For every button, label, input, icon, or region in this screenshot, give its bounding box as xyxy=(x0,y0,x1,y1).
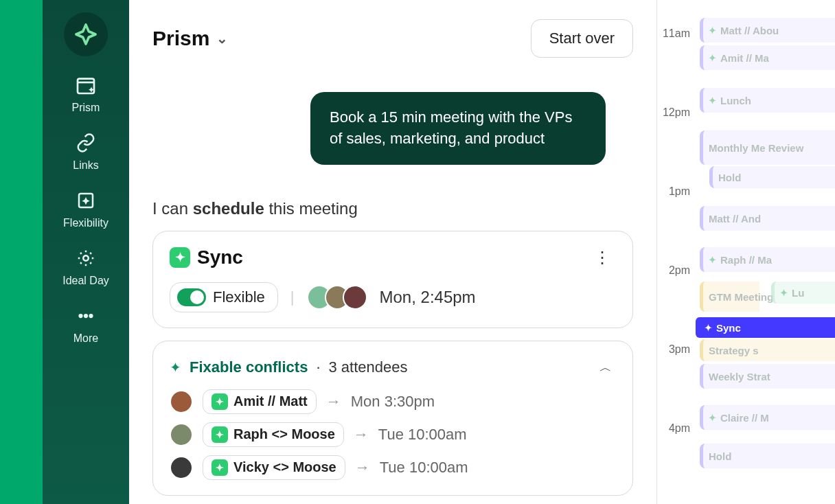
reschedule-time: Tue 10:00am xyxy=(380,459,468,477)
event-title: Sync xyxy=(716,322,741,334)
nav-label: Prism xyxy=(72,102,100,114)
calendar-event[interactable]: Monthly Me Review xyxy=(700,130,835,165)
calendar-event[interactable]: Matt // And xyxy=(700,206,835,231)
conflict-row: ✦Amit // Matt→Mon 3:30pm xyxy=(170,389,616,414)
event-title: Amit // Ma xyxy=(720,52,769,64)
hour-label: 1pm xyxy=(657,185,696,198)
sparkle-icon: ✦ xyxy=(705,323,712,333)
event-title: Weekly Strat xyxy=(709,371,770,382)
event-title: Lu xyxy=(792,287,804,299)
link-icon xyxy=(73,130,98,155)
arrow-right-icon: → xyxy=(354,426,369,444)
conflict-event-chip[interactable]: ✦Vicky <> Moose xyxy=(203,455,345,480)
avatar xyxy=(170,423,193,446)
reschedule-time: Tue 10:00am xyxy=(378,426,467,444)
conflict-row: ✦Raph <> Moose→Tue 10:00am xyxy=(170,422,616,447)
nav-label: More xyxy=(73,332,98,345)
sync-datetime: Mon, 2:45pm xyxy=(380,288,476,307)
event-title: Hold xyxy=(709,450,731,462)
hour-label: 3pm xyxy=(657,343,696,356)
reschedule-time: Mon 3:30pm xyxy=(351,393,435,411)
event-title: Matt // And xyxy=(709,213,761,225)
sync-title: ✦ Sync xyxy=(170,247,243,268)
page-title: Prism xyxy=(152,27,209,50)
sparkle-icon: ✦ xyxy=(709,413,716,423)
assistant-response: I can schedule this meeting xyxy=(152,199,633,218)
svg-point-5 xyxy=(90,314,93,317)
event-title: Matt // Abou xyxy=(720,25,779,36)
kebab-menu[interactable]: ⋮ xyxy=(588,245,616,270)
conflict-event-chip[interactable]: ✦Amit // Matt xyxy=(203,389,317,414)
event-title: Hold xyxy=(718,172,741,183)
sparkle-icon: ✦ xyxy=(211,459,228,476)
sparkle-icon: ✦ xyxy=(709,25,716,36)
nav-links[interactable]: Links xyxy=(73,130,98,172)
nav-ideal-day[interactable]: Ideal Day xyxy=(62,246,109,287)
calendar-event[interactable]: ✦Matt // Abou xyxy=(700,18,835,43)
sparkle-icon: ✦ xyxy=(211,393,228,410)
sparkle-icon: ✦ xyxy=(170,247,190,268)
avatar xyxy=(343,285,367,310)
sparkle-icon: ✦ xyxy=(780,288,788,298)
chevron-up-icon[interactable]: ︿ xyxy=(595,355,616,380)
arrow-right-icon: → xyxy=(326,393,341,411)
nav-label: Flexibility xyxy=(63,217,108,229)
left-gutter xyxy=(0,0,43,504)
calendar-event[interactable]: Strategy s xyxy=(700,339,835,361)
calendar-panel: 11am12pm1pm2pm3pm4pm ✦Matt // Abou✦Amit … xyxy=(656,0,835,504)
hour-label: 4pm xyxy=(657,422,696,435)
calendar-event[interactable]: ✦Raph // Ma xyxy=(700,247,835,272)
calendar-event[interactable]: ✦Lunch xyxy=(700,88,835,113)
start-over-button[interactable]: Start over xyxy=(531,19,633,58)
conflicts-card: ✦ Fixable conflicts · 3 attendees ︿ ✦Ami… xyxy=(152,341,633,496)
attendee-avatars[interactable] xyxy=(307,285,367,310)
calendar-event[interactable]: ✦Sync xyxy=(696,317,835,338)
event-title: GTM Meeting xyxy=(709,291,773,303)
sync-card: ✦ Sync ⋮ Flexible | Mon, 2:45pm xyxy=(152,231,633,328)
attendee-count: 3 attendees xyxy=(329,358,408,376)
svg-point-2 xyxy=(83,255,89,261)
nav-flexibility[interactable]: Flexibility xyxy=(63,188,108,229)
conflict-event-chip[interactable]: ✦Raph <> Moose xyxy=(203,422,344,447)
toggle-on-icon xyxy=(177,288,206,306)
event-title: Lunch xyxy=(720,95,751,106)
calendar-sparkle-icon xyxy=(73,73,98,98)
calendar-event[interactable]: Weekly Strat xyxy=(700,364,835,389)
hour-label: 11am xyxy=(657,27,696,40)
event-title: Monthly Me Review xyxy=(709,142,803,154)
calendar-event[interactable]: GTM Meeting xyxy=(700,282,759,312)
svg-point-3 xyxy=(80,314,82,317)
sparkle-icon: ✦ xyxy=(709,53,716,63)
hour-label: 2pm xyxy=(657,264,696,277)
chevron-down-icon: ⌄ xyxy=(216,30,228,47)
calendar-event[interactable]: ✦Claire // M xyxy=(700,405,835,430)
calendar-event[interactable]: ✦Amit // Ma xyxy=(700,45,835,70)
sparkle-icon: ✦ xyxy=(709,95,716,106)
avatar xyxy=(170,390,193,413)
flexibility-icon xyxy=(73,188,98,213)
flexible-toggle[interactable]: Flexible xyxy=(170,282,278,312)
sparkle-icon: ✦ xyxy=(170,359,181,376)
calendar-event[interactable]: Hold xyxy=(700,444,835,468)
divider: | xyxy=(290,288,295,306)
sun-icon xyxy=(73,246,98,271)
nav-prism[interactable]: Prism xyxy=(72,73,100,114)
calendar-event[interactable]: Hold xyxy=(709,166,835,188)
sidebar: Prism Links Flexibility Ideal Day More xyxy=(43,0,129,504)
main-panel: Prism ⌄ Start over Book a 15 min meeting… xyxy=(129,0,656,504)
fixable-conflicts-link[interactable]: Fixable conflicts xyxy=(190,358,308,376)
chat-area: Book a 15 min meeting with the VPs of sa… xyxy=(152,92,633,165)
avatar xyxy=(170,456,193,479)
nav-more[interactable]: More xyxy=(73,303,98,345)
nav-label: Ideal Day xyxy=(62,275,109,287)
main-header: Prism ⌄ Start over xyxy=(152,19,633,58)
nav-label: Links xyxy=(73,159,98,172)
view-switcher[interactable]: Prism ⌄ xyxy=(152,27,228,50)
svg-point-4 xyxy=(84,314,87,317)
hour-label: 12pm xyxy=(657,106,696,119)
calendar-event[interactable]: ✦Lu xyxy=(771,282,835,303)
arrow-right-icon: → xyxy=(355,459,370,477)
event-title: Raph // Ma xyxy=(720,254,772,266)
more-icon xyxy=(73,303,98,328)
user-message: Book a 15 min meeting with the VPs of sa… xyxy=(310,92,606,165)
